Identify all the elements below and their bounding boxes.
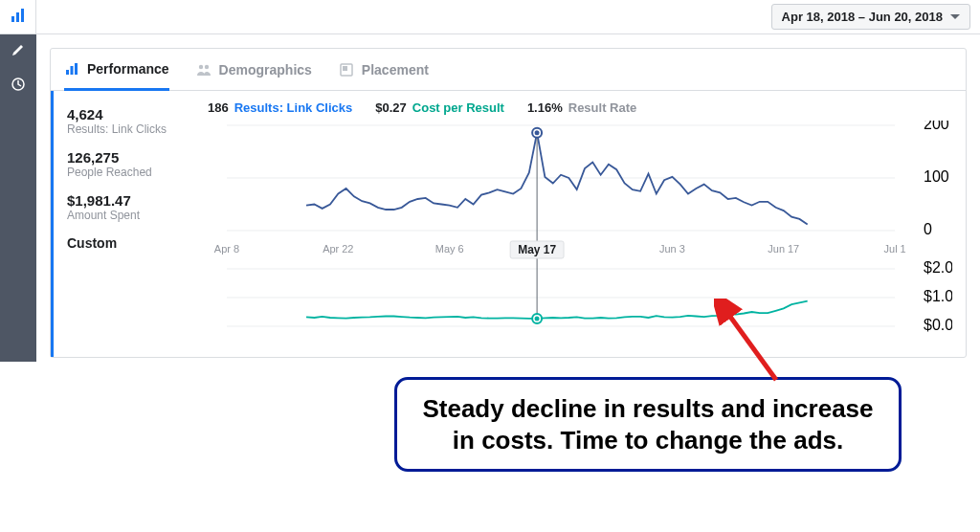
svg-rect-4 xyxy=(66,70,69,75)
sidebar-item-analytics[interactable] xyxy=(0,0,36,34)
svg-text:200: 200 xyxy=(924,121,949,132)
bar-chart-icon xyxy=(11,8,26,27)
annotation-callout: Steady decline in results and increase i… xyxy=(394,377,902,472)
svg-text:Apr 22: Apr 22 xyxy=(323,243,353,255)
sidebar-item-history[interactable] xyxy=(0,69,36,103)
svg-rect-10 xyxy=(343,66,347,71)
stat-spend-value: $1,981.47 xyxy=(67,192,208,209)
bar-chart-icon xyxy=(64,61,79,77)
svg-point-27 xyxy=(535,316,540,321)
charts-area: 186 Results: Link Clicks $0.27 Cost per … xyxy=(208,91,966,357)
svg-text:Jul 1: Jul 1 xyxy=(884,243,906,255)
date-range-label: Apr 18, 2018 – Jun 20, 2018 xyxy=(782,10,943,24)
svg-text:$2.00: $2.00 xyxy=(924,259,952,276)
stat-results-value: 4,624 xyxy=(67,106,208,122)
svg-text:Jun 17: Jun 17 xyxy=(768,243,799,255)
sidebar-item-edit[interactable] xyxy=(0,34,36,69)
legend-results-label: Results: Link Clicks xyxy=(234,100,353,115)
svg-text:100: 100 xyxy=(924,168,949,185)
people-icon xyxy=(196,62,212,78)
svg-point-8 xyxy=(204,64,208,68)
svg-text:May 6: May 6 xyxy=(435,243,464,255)
tab-label: Performance xyxy=(87,61,169,77)
stat-spend-label: Amount Spent xyxy=(67,209,208,222)
svg-point-25 xyxy=(535,130,540,135)
annotation-text: Steady decline in results and increase i… xyxy=(418,393,878,455)
pencil-icon xyxy=(11,43,25,60)
tab-placement[interactable]: Placement xyxy=(339,49,429,90)
tab-label: Demographics xyxy=(219,62,312,78)
svg-rect-6 xyxy=(75,63,78,75)
svg-text:May 17: May 17 xyxy=(518,243,556,256)
placement-icon xyxy=(339,62,354,78)
svg-text:Jun 3: Jun 3 xyxy=(659,243,685,255)
tab-demographics[interactable]: Demographics xyxy=(196,49,312,90)
performance-chart[interactable]: 0100200$0.00$1.00$2.00Apr 8Apr 22May 6Ju… xyxy=(208,121,952,350)
topbar: Apr 18, 2018 – Jun 20, 2018 xyxy=(36,0,980,34)
legend-results-num: 186 xyxy=(208,100,229,115)
left-sidebar xyxy=(0,0,36,362)
panel-body: 4,624 Results: Link Clicks 126,275 Peopl… xyxy=(51,91,966,357)
svg-text:$1.00: $1.00 xyxy=(924,288,952,304)
legend-rate-label: Result Rate xyxy=(568,100,637,115)
legend-rate-num: 1.16% xyxy=(527,100,563,115)
svg-text:$0.00: $0.00 xyxy=(924,317,952,333)
chart-legend: 186 Results: Link Clicks $0.27 Cost per … xyxy=(208,100,952,115)
svg-rect-0 xyxy=(11,16,14,22)
svg-rect-2 xyxy=(21,9,24,22)
tabs: Performance Demographics Placement xyxy=(51,49,966,91)
tab-label: Placement xyxy=(362,62,429,78)
caret-down-icon xyxy=(950,14,960,19)
stats-column: 4,624 Results: Link Clicks 126,275 Peopl… xyxy=(51,91,208,357)
svg-text:0: 0 xyxy=(924,221,932,237)
svg-point-7 xyxy=(198,64,202,68)
legend-cpr-label: Cost per Result xyxy=(412,100,504,115)
performance-panel: Performance Demographics Placement 4,624… xyxy=(50,48,967,358)
stat-reach-label: People Reached xyxy=(67,166,208,179)
clock-icon xyxy=(11,78,25,95)
stat-custom-link[interactable]: Custom xyxy=(67,235,208,251)
svg-rect-5 xyxy=(71,66,74,75)
stat-results-label: Results: Link Clicks xyxy=(67,122,208,136)
stat-reach-value: 126,275 xyxy=(67,149,208,166)
date-range-picker[interactable]: Apr 18, 2018 – Jun 20, 2018 xyxy=(771,4,970,30)
legend-cpr-num: $0.27 xyxy=(375,100,407,115)
svg-rect-1 xyxy=(16,12,19,22)
tab-performance[interactable]: Performance xyxy=(64,50,169,91)
svg-text:Apr 8: Apr 8 xyxy=(214,243,239,255)
